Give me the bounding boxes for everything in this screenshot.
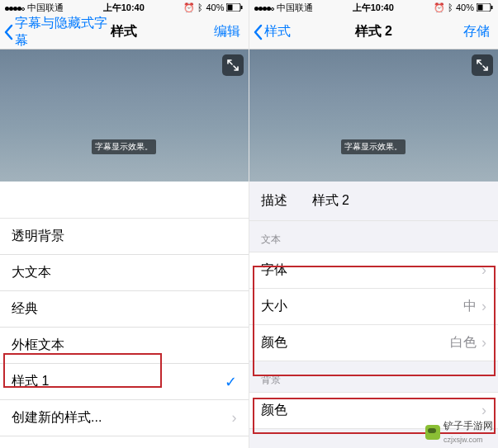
chevron-left-icon bbox=[253, 24, 263, 40]
right-screen: 中国联通 上午10:40 ⏰ ᛒ 40% 样式 样式 2 存储 字幕显示效果。 bbox=[249, 0, 499, 448]
subtitle-preview: 字幕显示效果。 bbox=[249, 50, 499, 182]
section-header-text: 文本 bbox=[249, 221, 499, 252]
alarm-icon: ⏰ bbox=[434, 2, 445, 13]
left-screen: 中国联通 上午10:40 ⏰ ᛒ 40% 字幕与隐藏式字幕 样式 编辑 字幕显示… bbox=[0, 0, 249, 448]
font-row[interactable]: 字体 › bbox=[249, 252, 499, 289]
back-button[interactable]: 字幕与隐藏式字幕 bbox=[0, 15, 119, 50]
size-value: 中 bbox=[463, 298, 477, 315]
back-label: 样式 bbox=[264, 23, 291, 40]
back-label: 字幕与隐藏式字幕 bbox=[15, 15, 119, 50]
edit-button[interactable]: 编辑 bbox=[214, 23, 249, 40]
text-color-row[interactable]: 颜色 白色 › bbox=[249, 325, 499, 361]
style-row-classic[interactable]: 经典 bbox=[0, 291, 249, 328]
text-settings-list: 字体 › 大小 中 › 颜色 白色 › bbox=[249, 252, 499, 361]
chevron-right-icon: › bbox=[481, 262, 486, 279]
watermark: 铲子手游网 czjxsjw.com bbox=[425, 419, 493, 445]
back-button[interactable]: 样式 bbox=[249, 23, 291, 40]
svg-rect-2 bbox=[241, 6, 243, 9]
preview-caption: 字幕显示效果。 bbox=[341, 139, 406, 154]
description-row[interactable]: 描述 样式 2 bbox=[249, 182, 499, 221]
text-color-value: 白色 bbox=[450, 334, 477, 351]
nav-bar: 样式 样式 2 存储 bbox=[249, 15, 499, 50]
description-label: 描述 bbox=[261, 192, 287, 210]
expand-button[interactable] bbox=[472, 54, 493, 76]
preview-caption: 字幕显示效果。 bbox=[92, 139, 156, 154]
spacer bbox=[0, 182, 249, 218]
style-row-outline[interactable]: 外框文本 bbox=[0, 328, 249, 364]
size-row[interactable]: 大小 中 › bbox=[249, 289, 499, 325]
signal-icon bbox=[5, 2, 25, 12]
chevron-right-icon: › bbox=[481, 334, 486, 351]
expand-icon bbox=[477, 59, 488, 71]
clock: 上午10:40 bbox=[353, 2, 394, 14]
description-value: 样式 2 bbox=[312, 192, 349, 210]
nav-bar: 字幕与隐藏式字幕 样式 编辑 bbox=[0, 15, 249, 50]
chevron-right-icon: › bbox=[232, 409, 237, 427]
subtitle-preview: 字幕显示效果。 bbox=[0, 50, 249, 182]
battery-percent: 40% bbox=[456, 2, 474, 12]
battery-icon bbox=[477, 3, 493, 12]
carrier-label: 中国联通 bbox=[277, 2, 313, 14]
clock: 上午10:40 bbox=[103, 2, 145, 14]
svg-rect-4 bbox=[477, 5, 482, 11]
chevron-right-icon: › bbox=[481, 298, 486, 315]
style-row-style1[interactable]: 样式 1 ✓ bbox=[0, 364, 249, 400]
signal-icon bbox=[254, 2, 274, 12]
svg-rect-1 bbox=[228, 5, 233, 11]
save-button[interactable]: 存储 bbox=[463, 23, 498, 40]
battery-percent: 40% bbox=[206, 2, 224, 12]
battery-icon bbox=[226, 3, 243, 12]
watermark-logo-icon bbox=[425, 425, 440, 440]
section-header-bg: 背景 bbox=[249, 361, 499, 392]
alarm-icon: ⏰ bbox=[183, 2, 195, 13]
style-row-large-text[interactable]: 大文本 bbox=[0, 255, 249, 291]
carrier-label: 中国联通 bbox=[27, 2, 64, 14]
expand-button[interactable] bbox=[222, 54, 244, 76]
svg-rect-5 bbox=[491, 6, 492, 9]
style-row-transparent[interactable]: 透明背景 bbox=[0, 219, 249, 255]
status-bar: 中国联通 上午10:40 ⏰ ᛒ 40% bbox=[249, 0, 499, 15]
status-bar: 中国联通 上午10:40 ⏰ ᛒ 40% bbox=[0, 0, 249, 15]
chevron-right-icon: › bbox=[481, 402, 486, 419]
watermark-name: 铲子手游网 bbox=[443, 420, 493, 431]
expand-icon bbox=[227, 59, 239, 71]
watermark-url: czjxsjw.com bbox=[443, 436, 483, 444]
style-list: 透明背景 大文本 经典 外框文本 样式 1 ✓ 创建新的样式... › bbox=[0, 218, 249, 436]
create-new-style-row[interactable]: 创建新的样式... › bbox=[0, 400, 249, 436]
chevron-left-icon bbox=[3, 24, 13, 40]
bluetooth-icon: ᛒ bbox=[197, 2, 203, 12]
checkmark-icon: ✓ bbox=[225, 373, 237, 391]
bluetooth-icon: ᛒ bbox=[448, 2, 453, 12]
